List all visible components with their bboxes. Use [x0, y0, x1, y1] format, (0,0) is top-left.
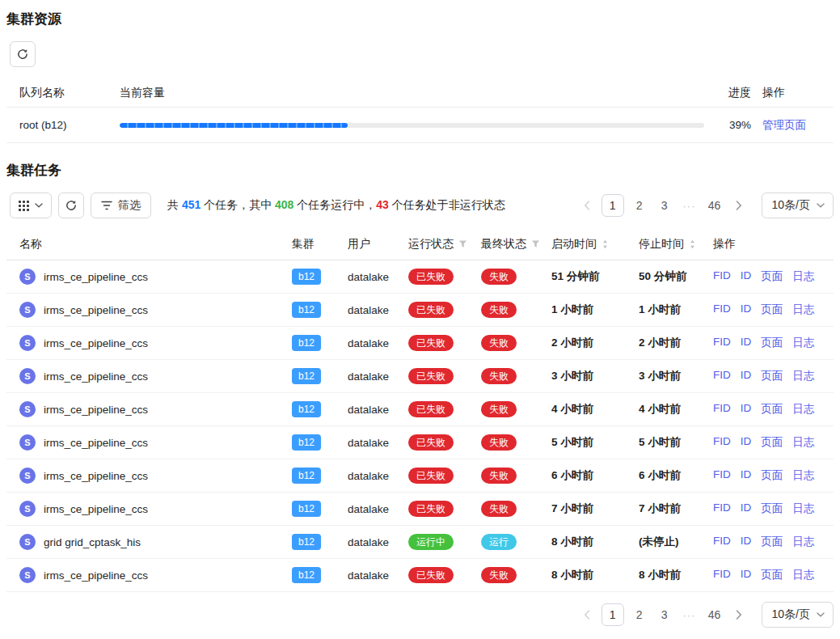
- page-size-select[interactable]: 10条/页: [762, 193, 834, 218]
- fid-link[interactable]: FID: [713, 369, 731, 383]
- prev-page-icon[interactable]: [578, 194, 596, 217]
- col-name: 名称: [19, 237, 292, 252]
- page-link[interactable]: 页面: [761, 468, 783, 483]
- pagination-page-3[interactable]: 3: [655, 194, 674, 217]
- spark-avatar-icon: S: [19, 501, 36, 517]
- id-link[interactable]: ID: [741, 568, 752, 582]
- refresh-tasks-button[interactable]: [58, 193, 84, 218]
- log-link[interactable]: 日志: [792, 402, 814, 417]
- sort-icon[interactable]: [689, 239, 696, 250]
- filter-funnel-icon[interactable]: [458, 239, 467, 248]
- cell-run-status: 已失败: [408, 302, 481, 318]
- log-link[interactable]: 日志: [792, 303, 814, 317]
- cell-user: datalake: [348, 337, 408, 349]
- page-link[interactable]: 页面: [761, 336, 783, 350]
- manage-page-link[interactable]: 管理页面: [762, 119, 806, 131]
- id-link[interactable]: ID: [741, 336, 752, 350]
- col-start-time[interactable]: 启动时间: [551, 237, 639, 252]
- pagination-page-last[interactable]: 46: [705, 603, 724, 626]
- pagination-page-1[interactable]: 1: [602, 603, 624, 626]
- col-actions: 操作: [713, 237, 827, 252]
- page-link[interactable]: 页面: [761, 568, 783, 582]
- task-name: irms_ce_pipeline_ccs: [44, 470, 148, 482]
- spark-avatar-icon: S: [19, 567, 36, 583]
- log-link[interactable]: 日志: [792, 269, 814, 284]
- page-size-value: 10条/页: [772, 607, 810, 622]
- capacity-cell: [120, 123, 717, 128]
- queue-row: root (b12) 39% 管理页面: [6, 108, 834, 143]
- page-size-select[interactable]: 10条/页: [762, 602, 834, 628]
- id-link[interactable]: ID: [741, 369, 752, 383]
- log-link[interactable]: 日志: [792, 501, 814, 516]
- log-link[interactable]: 日志: [792, 568, 814, 582]
- spark-avatar-icon: S: [19, 302, 36, 318]
- page-link[interactable]: 页面: [761, 269, 783, 284]
- id-link[interactable]: ID: [741, 501, 752, 516]
- pagination-page-3[interactable]: 3: [655, 603, 674, 626]
- fid-link[interactable]: FID: [713, 402, 731, 417]
- spark-avatar-icon: S: [19, 368, 36, 384]
- id-link[interactable]: ID: [741, 468, 752, 483]
- final-status-badge: 运行: [481, 534, 517, 550]
- id-link[interactable]: ID: [741, 303, 752, 317]
- page-link[interactable]: 页面: [761, 369, 783, 383]
- log-link[interactable]: 日志: [792, 535, 814, 549]
- prev-page-icon[interactable]: [578, 603, 596, 626]
- task-name: irms_ce_pipeline_ccs: [44, 569, 148, 582]
- user-name: datalake: [348, 536, 389, 548]
- user-name: datalake: [348, 337, 389, 349]
- fid-link[interactable]: FID: [713, 468, 731, 483]
- pagination-page-last[interactable]: 46: [705, 194, 724, 217]
- col-run-status: 运行状态: [408, 237, 481, 252]
- next-page-icon[interactable]: [730, 603, 748, 626]
- log-link[interactable]: 日志: [792, 336, 814, 350]
- fid-link[interactable]: FID: [713, 303, 731, 317]
- user-name: datalake: [348, 404, 389, 416]
- fid-link[interactable]: FID: [713, 336, 731, 350]
- user-name: datalake: [348, 470, 389, 482]
- filter-button[interactable]: 筛选: [91, 193, 151, 218]
- page-link[interactable]: 页面: [761, 402, 783, 417]
- log-link[interactable]: 日志: [792, 468, 814, 483]
- cell-run-status: 运行中: [408, 534, 481, 550]
- start-time: 51 分钟前: [551, 269, 639, 284]
- log-link[interactable]: 日志: [792, 369, 814, 383]
- pagination-page-2[interactable]: 2: [630, 194, 649, 217]
- col-capacity: 当前容量: [120, 86, 717, 100]
- stop-time: (未停止): [639, 535, 713, 549]
- run-status-badge: 已失败: [408, 567, 454, 583]
- id-link[interactable]: ID: [741, 435, 752, 450]
- col-stop-time[interactable]: 停止时间: [639, 237, 713, 252]
- chevron-down-icon: [817, 203, 825, 208]
- page-link[interactable]: 页面: [761, 535, 783, 549]
- stop-time: 50 分钟前: [639, 269, 713, 284]
- summary-text: 个任务运行中，: [293, 198, 376, 211]
- table-row: S irms_ce_pipeline_ccs b12 datalake 已失败 …: [6, 426, 834, 459]
- sort-icon[interactable]: [602, 239, 609, 250]
- fid-link[interactable]: FID: [713, 501, 731, 516]
- task-name: irms_ce_pipeline_ccs: [44, 304, 148, 316]
- filter-funnel-icon[interactable]: [531, 239, 540, 248]
- pagination-ellipsis[interactable]: ···: [680, 603, 699, 626]
- id-link[interactable]: ID: [741, 269, 752, 284]
- fid-link[interactable]: FID: [713, 269, 731, 284]
- fid-link[interactable]: FID: [713, 568, 731, 582]
- page-link[interactable]: 页面: [761, 435, 783, 450]
- page-link[interactable]: 页面: [761, 303, 783, 317]
- run-status-badge: 已失败: [408, 434, 454, 451]
- pagination-page-2[interactable]: 2: [630, 603, 649, 626]
- pagination-ellipsis[interactable]: ···: [680, 194, 699, 217]
- table-row: S irms_ce_pipeline_ccs b12 datalake 已失败 …: [6, 459, 834, 493]
- next-page-icon[interactable]: [730, 194, 748, 217]
- id-link[interactable]: ID: [741, 535, 752, 549]
- log-link[interactable]: 日志: [792, 435, 814, 450]
- id-link[interactable]: ID: [741, 402, 752, 417]
- refresh-button[interactable]: [10, 41, 36, 67]
- col-cluster: 集群: [292, 237, 348, 252]
- fid-link[interactable]: FID: [713, 535, 731, 549]
- pagination-page-1[interactable]: 1: [602, 194, 624, 217]
- page-link[interactable]: 页面: [761, 501, 783, 516]
- fid-link[interactable]: FID: [713, 435, 731, 450]
- task-name: irms_ce_pipeline_ccs: [44, 337, 148, 349]
- column-settings-button[interactable]: [10, 193, 52, 218]
